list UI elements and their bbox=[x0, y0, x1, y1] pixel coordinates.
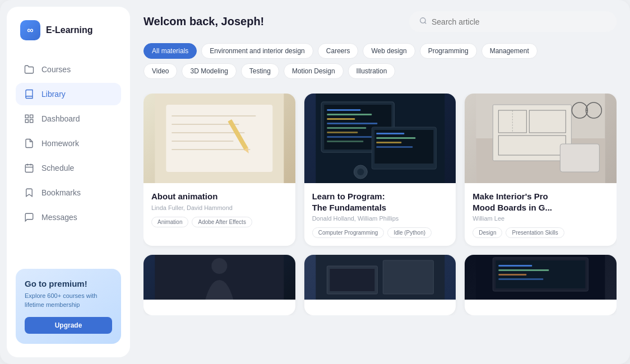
card-author-2: Donald Holland, William Phillips bbox=[312, 215, 448, 222]
premium-desc: Explore 600+ courses with lifetime membe… bbox=[25, 292, 112, 309]
filter-row-2: Video 3D Modeling Testing Motion Design … bbox=[143, 63, 617, 79]
svg-line-9 bbox=[425, 22, 427, 24]
filter-all-materials[interactable]: All materials bbox=[143, 43, 197, 59]
card-tags-2: Computer Programming Idle (Python) bbox=[312, 227, 448, 238]
svg-rect-48 bbox=[560, 144, 600, 172]
sidebar-item-bookmarks[interactable]: Bookmarks bbox=[16, 181, 121, 204]
filter-section: All materials Environment and interior d… bbox=[143, 43, 617, 83]
card-author-1: Linda Fuller, David Hammond bbox=[151, 204, 288, 211]
dashboard-label: Dashboard bbox=[41, 114, 80, 123]
card-image-2 bbox=[304, 94, 456, 183]
svg-rect-32 bbox=[376, 133, 404, 134]
filter-testing[interactable]: Testing bbox=[241, 63, 279, 79]
svg-rect-58 bbox=[499, 265, 532, 267]
svg-rect-25 bbox=[327, 123, 377, 124]
card-body-3: Make Interior's ProMood Boards in G... W… bbox=[465, 183, 617, 246]
sidebar-item-homework[interactable]: Homework bbox=[16, 132, 121, 155]
card-body-1: About animation Linda Fuller, David Hamm… bbox=[143, 183, 295, 235]
tag-programming: Computer Programming bbox=[312, 227, 385, 238]
sidebar-item-library[interactable]: Library bbox=[16, 83, 121, 105]
course-card-2[interactable]: Learn to Program:The Fundamentals Donald… bbox=[304, 94, 456, 246]
filter-video[interactable]: Video bbox=[143, 63, 177, 79]
svg-rect-27 bbox=[327, 132, 358, 133]
svg-rect-60 bbox=[499, 274, 527, 276]
svg-rect-11 bbox=[166, 105, 272, 172]
svg-rect-0 bbox=[25, 115, 28, 118]
schedule-label: Schedule bbox=[41, 164, 74, 172]
tag-animation: Animation bbox=[151, 217, 188, 227]
svg-rect-33 bbox=[376, 137, 415, 139]
upgrade-button[interactable]: Upgrade bbox=[25, 317, 112, 334]
sidebar-item-courses[interactable]: Courses bbox=[16, 58, 121, 81]
library-icon bbox=[24, 88, 35, 100]
search-icon bbox=[419, 17, 427, 26]
search-bar[interactable] bbox=[409, 11, 617, 32]
svg-rect-2 bbox=[30, 120, 33, 123]
tag-presentation: Presentation Skills bbox=[506, 227, 564, 238]
course-card-6[interactable] bbox=[465, 255, 617, 315]
svg-rect-34 bbox=[376, 142, 401, 143]
premium-title: Go to premium! bbox=[25, 279, 112, 288]
messages-label: Messages bbox=[41, 213, 77, 222]
svg-rect-35 bbox=[376, 146, 413, 148]
course-card-3[interactable]: Make Interior's ProMood Boards in G... W… bbox=[465, 94, 617, 246]
filter-row-1: All materials Environment and interior d… bbox=[143, 43, 617, 59]
svg-rect-26 bbox=[327, 127, 366, 129]
card-author-3: William Lee bbox=[472, 215, 609, 222]
bookmarks-icon bbox=[24, 187, 35, 198]
logo-area: ∞ E-Learning bbox=[16, 20, 121, 40]
svg-rect-61 bbox=[499, 278, 544, 280]
premium-card: Go to premium! Explore 600+ courses with… bbox=[16, 269, 121, 344]
svg-rect-28 bbox=[327, 136, 374, 138]
welcome-message: Welcom back, Joseph! bbox=[143, 15, 264, 28]
courses-label: Courses bbox=[41, 65, 71, 74]
course-card-1[interactable]: About animation Linda Fuller, David Hamm… bbox=[143, 94, 295, 246]
card-image-5 bbox=[304, 255, 456, 300]
filter-illustration[interactable]: Illustration bbox=[348, 63, 396, 79]
app-name: E-Learning bbox=[46, 25, 93, 35]
courses-grid: About animation Linda Fuller, David Hamm… bbox=[143, 94, 617, 315]
card-image-4 bbox=[143, 255, 295, 300]
filter-environment[interactable]: Environment and interior design bbox=[201, 43, 313, 59]
card-tags-1: Animation Adobe After Effects bbox=[151, 217, 288, 227]
sidebar-item-schedule[interactable]: Schedule bbox=[16, 157, 121, 179]
filter-motiondesign[interactable]: Motion Design bbox=[284, 63, 344, 79]
logo-icon: ∞ bbox=[20, 20, 40, 40]
card-tags-3: Design Presentation Skills bbox=[472, 227, 609, 238]
filter-careers[interactable]: Careers bbox=[318, 43, 359, 59]
tag-aftereffects: Adobe After Effects bbox=[192, 217, 252, 227]
svg-rect-24 bbox=[327, 118, 355, 120]
course-card-5[interactable] bbox=[304, 255, 456, 315]
svg-point-37 bbox=[357, 169, 364, 175]
card-title-2: Learn to Program:The Fundamentals bbox=[312, 191, 448, 213]
card-body-5 bbox=[304, 300, 456, 315]
sidebar: ∞ E-Learning Courses Library Dashboard bbox=[7, 7, 130, 357]
card-image-6 bbox=[465, 255, 617, 300]
card-title-3: Make Interior's ProMood Boards in G... bbox=[472, 191, 609, 213]
filter-management[interactable]: Management bbox=[481, 43, 538, 59]
bookmarks-label: Bookmarks bbox=[41, 188, 81, 197]
sidebar-item-dashboard[interactable]: Dashboard bbox=[16, 108, 121, 130]
filter-3dmodeling[interactable]: 3D Modeling bbox=[182, 63, 236, 79]
sidebar-item-messages[interactable]: Messages bbox=[16, 206, 121, 228]
homework-icon bbox=[24, 138, 35, 149]
svg-rect-53 bbox=[330, 269, 374, 291]
filter-webdesign[interactable]: Web design bbox=[363, 43, 415, 59]
svg-rect-4 bbox=[25, 165, 33, 172]
card-title-1: About animation bbox=[151, 191, 288, 202]
svg-rect-54 bbox=[383, 260, 433, 294]
main-content: Welcom back, Joseph! All materials Envir… bbox=[137, 0, 630, 364]
messages-icon bbox=[24, 212, 35, 223]
course-card-4[interactable] bbox=[143, 255, 295, 315]
svg-rect-23 bbox=[327, 114, 372, 115]
homework-label: Homework bbox=[41, 139, 79, 148]
app-container: ∞ E-Learning Courses Library Dashboard bbox=[0, 0, 630, 364]
card-image-1 bbox=[143, 94, 295, 183]
tag-python: Idle (Python) bbox=[387, 227, 432, 238]
card-body-2: Learn to Program:The Fundamentals Donald… bbox=[304, 183, 456, 246]
search-input[interactable] bbox=[432, 17, 606, 26]
filter-programming[interactable]: Programming bbox=[420, 43, 477, 59]
library-label: Library bbox=[41, 90, 66, 99]
svg-rect-59 bbox=[499, 269, 549, 271]
svg-rect-29 bbox=[327, 141, 363, 142]
